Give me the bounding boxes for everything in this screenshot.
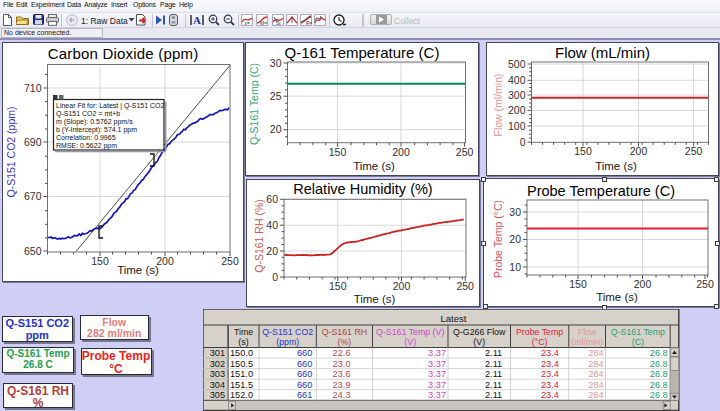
svg-text:200: 200 [393, 280, 411, 292]
svg-text:250: 250 [456, 280, 474, 292]
svg-text:250: 250 [221, 255, 239, 267]
svg-text:303: 303 [209, 369, 224, 379]
svg-text:Q-S151 CO2 = mt+b: Q-S151 CO2 = mt+b [56, 110, 120, 118]
svg-text:Time (s): Time (s) [354, 293, 396, 305]
svg-text:0: 0 [272, 271, 278, 283]
svg-text:Time (s): Time (s) [353, 160, 395, 172]
svg-text:Time (s): Time (s) [596, 291, 638, 303]
svg-text:300: 300 [508, 89, 526, 101]
svg-text:3.37: 3.37 [428, 358, 446, 368]
svg-text:20: 20 [509, 233, 521, 245]
svg-text:40: 40 [266, 219, 278, 231]
svg-text:R=: R= [306, 20, 312, 26]
svg-text:660: 660 [296, 369, 311, 379]
svg-text:200: 200 [156, 255, 174, 267]
svg-text:151.0: 151.0 [230, 369, 253, 379]
svg-text:20: 20 [266, 245, 278, 257]
svg-text:152.0: 152.0 [230, 390, 253, 400]
svg-text:304: 304 [209, 379, 224, 389]
svg-text:Flow: Flow [577, 327, 596, 337]
svg-text:22.6: 22.6 [332, 348, 350, 358]
svg-text:305: 305 [209, 390, 224, 400]
svg-text:3.37: 3.37 [428, 369, 446, 379]
svg-text:26.8: 26.8 [649, 379, 667, 389]
svg-text:100: 100 [508, 120, 526, 132]
svg-text:M=: M= [260, 20, 267, 26]
svg-text:23.4: 23.4 [540, 379, 558, 389]
svg-text:200: 200 [634, 278, 652, 290]
svg-text:23.4: 23.4 [540, 390, 558, 400]
svg-text:150: 150 [329, 146, 347, 158]
svg-text:250: 250 [696, 278, 714, 290]
svg-text:b (Y-Intercept): 574.1 ppm: b (Y-Intercept): 574.1 ppm [56, 126, 137, 134]
svg-text:23.9: 23.9 [332, 379, 350, 389]
svg-text:Q-G266 Flow: Q-G266 Flow [453, 327, 506, 337]
svg-text:Probe Temp: Probe Temp [515, 327, 562, 337]
svg-text:150: 150 [91, 255, 109, 267]
svg-text:150.0: 150.0 [230, 348, 253, 358]
svg-text:Q-S151 CO2: Q-S151 CO2 [262, 327, 313, 337]
svg-text:302: 302 [209, 358, 224, 368]
svg-text:(V): (V) [473, 337, 485, 347]
svg-text:301: 301 [209, 348, 224, 358]
svg-text:690: 690 [24, 136, 42, 148]
svg-text:650: 650 [24, 245, 42, 257]
svg-text:Latest: Latest [440, 313, 466, 324]
svg-text:10: 10 [509, 261, 521, 273]
svg-text:151.5: 151.5 [230, 379, 253, 389]
svg-text:23.6: 23.6 [332, 369, 350, 379]
svg-text:23.4: 23.4 [540, 369, 558, 379]
svg-text:m (Slope): 0.5762 ppm/s: m (Slope): 0.5762 ppm/s [56, 118, 133, 126]
svg-text:(%): (%) [337, 337, 351, 347]
svg-text:26.8: 26.8 [649, 369, 667, 379]
svg-text:660: 660 [296, 379, 311, 389]
svg-text:Time (s): Time (s) [117, 264, 159, 276]
svg-text:200: 200 [630, 145, 648, 157]
svg-text:(ml/min): (ml/min) [571, 337, 603, 347]
svg-text:23.4: 23.4 [540, 348, 558, 358]
svg-text:660: 660 [296, 358, 311, 368]
svg-text:26.8: 26.8 [649, 358, 667, 368]
svg-text:284: 284 [588, 348, 603, 358]
svg-text:400: 400 [508, 74, 526, 86]
svg-text:2.11: 2.11 [484, 390, 501, 400]
svg-text:Linear Fit for: Latest | Q-S15: Linear Fit for: Latest | Q-S151 CO2 [56, 102, 165, 110]
svg-text:150: 150 [569, 278, 587, 290]
svg-text:Time: Time [233, 327, 252, 337]
svg-text:24.3: 24.3 [332, 390, 350, 400]
svg-text:150.5: 150.5 [230, 358, 253, 368]
svg-text:25: 25 [270, 90, 282, 102]
svg-text:23.4: 23.4 [540, 358, 558, 368]
svg-text:Time (s): Time (s) [595, 160, 637, 172]
svg-text:A: A [193, 14, 201, 26]
svg-text:St: St [276, 20, 281, 26]
svg-text:(ppm): (ppm) [276, 337, 299, 347]
svg-text:RMSE: 0.5622 ppm: RMSE: 0.5622 ppm [56, 142, 117, 150]
svg-text:Q-S161 RH: Q-S161 RH [321, 327, 366, 337]
svg-text:670: 670 [24, 190, 42, 202]
svg-text:661: 661 [296, 390, 311, 400]
svg-text:Q-S161 Temp (V): Q-S161 Temp (V) [376, 327, 444, 337]
svg-text:Correlation: 0.9965: Correlation: 0.9965 [56, 134, 116, 141]
svg-text:0: 0 [520, 136, 526, 148]
svg-text:Q-S161 Temp: Q-S161 Temp [610, 327, 664, 337]
svg-text:200: 200 [508, 104, 526, 116]
svg-text:3.37: 3.37 [428, 348, 446, 358]
svg-text:20: 20 [270, 123, 282, 135]
svg-text:250: 250 [456, 146, 474, 158]
svg-text:284: 284 [588, 379, 603, 389]
svg-text:(s): (s) [238, 337, 248, 347]
svg-text:2.11: 2.11 [484, 379, 501, 389]
svg-text:284: 284 [588, 358, 603, 368]
svg-text:150: 150 [574, 145, 592, 157]
svg-text:23.0: 23.0 [332, 358, 350, 368]
svg-text:2.11: 2.11 [484, 369, 501, 379]
svg-text:(°C): (°C) [531, 337, 547, 347]
svg-text:2.11: 2.11 [484, 358, 501, 368]
svg-text:150: 150 [329, 280, 347, 292]
svg-text:26.8: 26.8 [649, 348, 667, 358]
svg-text:200: 200 [392, 146, 410, 158]
svg-text:x=: x= [245, 20, 251, 26]
svg-text:3.37: 3.37 [428, 390, 446, 400]
svg-text:3.37: 3.37 [428, 379, 446, 389]
